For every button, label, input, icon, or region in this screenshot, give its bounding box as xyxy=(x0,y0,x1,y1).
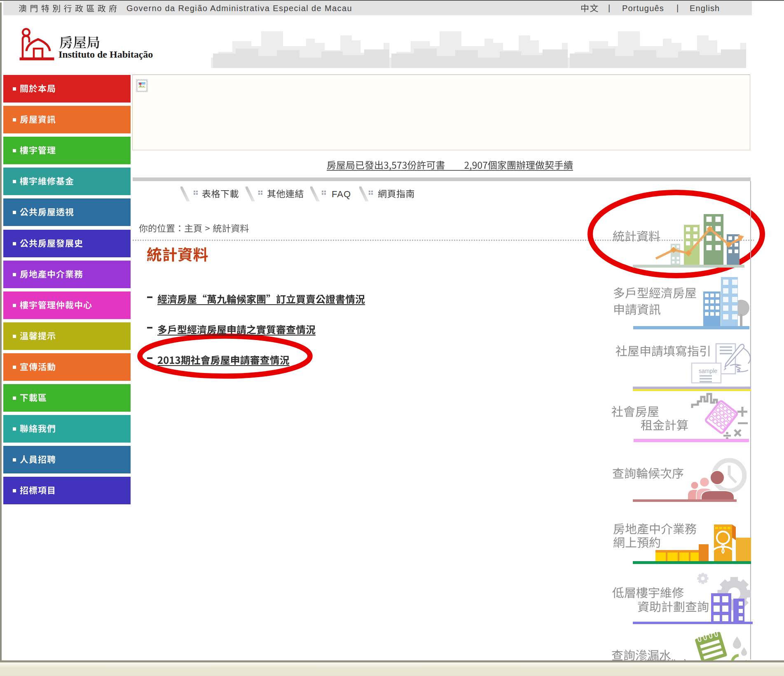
svg-text:sample: sample xyxy=(699,368,717,374)
